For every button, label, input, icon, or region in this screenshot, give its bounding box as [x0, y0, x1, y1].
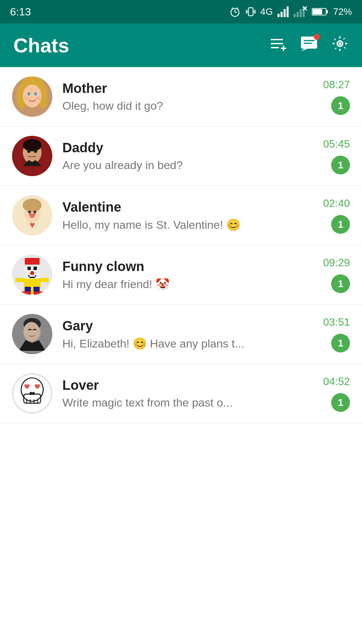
chat-info: Mother Oleg, how did it go?	[52, 81, 323, 112]
avatar	[12, 76, 52, 117]
svg-rect-10	[278, 14, 280, 17]
message-preview: Are you already in bed?	[62, 159, 313, 172]
unread-count: 1	[331, 156, 350, 174]
signal-icon	[278, 6, 289, 17]
svg-point-46	[23, 139, 42, 151]
svg-rect-71	[34, 291, 43, 295]
svg-rect-65	[29, 277, 35, 278]
svg-point-47	[27, 150, 31, 153]
svg-rect-63	[28, 275, 29, 277]
svg-marker-29	[301, 49, 308, 51]
avatar	[12, 373, 52, 414]
avatar	[12, 136, 52, 176]
chat-item[interactable]: ♥ Valentine Hello, my name is St. Valent…	[0, 186, 362, 245]
svg-point-42	[23, 97, 29, 100]
svg-point-75	[23, 322, 40, 341]
page-title: Chats	[13, 34, 69, 57]
svg-rect-61	[34, 267, 37, 270]
unread-count: 1	[331, 96, 350, 115]
chat-item[interactable]: Daddy Are you already in bed? 05:45 1	[0, 126, 362, 186]
contact-name: Gary	[62, 318, 313, 333]
chat-meta: 08:27 1	[323, 78, 350, 115]
battery-level: 72%	[333, 6, 352, 17]
svg-point-52	[23, 199, 42, 212]
message-time: 05:45	[323, 138, 350, 150]
svg-text:♥: ♥	[29, 220, 35, 230]
chat-meta: 05:45 1	[323, 138, 350, 174]
message-time: 04:52	[323, 375, 350, 388]
svg-rect-66	[15, 278, 24, 282]
chat-item[interactable]: Funny clown Hi my dear friend! 🤡 09:29 1	[0, 245, 362, 305]
unread-count: 1	[331, 215, 350, 234]
battery-icon	[312, 7, 328, 16]
message-time: 08:27	[323, 78, 350, 91]
compose-button[interactable]	[269, 36, 287, 54]
unread-count: 1	[331, 334, 350, 353]
message-time: 09:29	[323, 257, 350, 269]
messages-button[interactable]	[300, 36, 318, 55]
contact-name: Valentine	[62, 200, 313, 215]
network-type: 4G	[260, 6, 273, 17]
vibrate-icon	[246, 6, 256, 18]
chat-item[interactable]: Mother Oleg, how did it go? 08:27 1	[0, 67, 362, 126]
svg-rect-22	[312, 9, 322, 14]
svg-point-83	[29, 392, 32, 395]
svg-point-39	[23, 85, 42, 107]
svg-point-40	[27, 92, 30, 96]
svg-point-41	[34, 92, 37, 96]
svg-point-53	[28, 211, 31, 213]
settings-button[interactable]	[331, 35, 349, 56]
contact-name: Funny clown	[62, 259, 313, 274]
message-preview: Write magic text from the past o...	[62, 396, 313, 409]
message-time: 03:51	[323, 316, 350, 328]
svg-rect-15	[297, 12, 299, 17]
chat-meta: 04:52 1	[323, 375, 350, 412]
header-actions	[269, 35, 349, 56]
svg-rect-70	[21, 291, 31, 295]
chat-info: Funny clown Hi my dear friend! 🤡	[52, 259, 323, 291]
contact-name: Daddy	[62, 140, 313, 155]
svg-rect-13	[287, 6, 289, 17]
signal-x-icon	[294, 6, 307, 17]
message-preview: Hi, Elizabeth! 😊 Have any plans t...	[62, 337, 313, 350]
svg-rect-12	[284, 9, 286, 17]
chat-meta: 09:29 1	[323, 257, 350, 293]
avatar: ♥	[12, 195, 52, 235]
notification-dot	[314, 34, 320, 40]
status-bar: 6:13 4G	[0, 0, 362, 23]
svg-point-62	[30, 271, 34, 275]
app-header: Chats	[0, 23, 362, 67]
svg-point-48	[34, 150, 37, 153]
message-preview: Oleg, how did it go?	[62, 99, 313, 112]
chat-item[interactable]: Lover Write magic text from the past o..…	[0, 364, 362, 423]
unread-count: 1	[331, 393, 350, 412]
svg-rect-16	[300, 9, 302, 17]
chat-info: Valentine Hello, my name is St. Valentin…	[52, 200, 323, 231]
status-icons: 4G 72%	[229, 6, 352, 18]
chat-item[interactable]: Gary Hi, Elizabeth! 😊 Have any plans t..…	[0, 305, 362, 364]
chat-meta: 03:51 1	[323, 316, 350, 353]
svg-rect-5	[248, 8, 253, 16]
contact-name: Mother	[62, 81, 313, 96]
svg-point-43	[36, 97, 41, 100]
svg-point-34	[339, 42, 341, 45]
chat-meta: 02:40 1	[323, 197, 350, 234]
chat-info: Gary Hi, Elizabeth! 😊 Have any plans t..…	[52, 318, 323, 350]
svg-rect-59	[25, 258, 40, 265]
status-time: 6:13	[10, 6, 31, 18]
contact-name: Lover	[62, 378, 313, 393]
svg-rect-67	[40, 278, 49, 282]
svg-point-84	[32, 392, 35, 395]
avatar	[12, 314, 52, 354]
svg-point-54	[34, 211, 36, 213]
unread-count: 1	[331, 274, 350, 293]
chat-info: Daddy Are you already in bed?	[52, 140, 323, 172]
message-time: 02:40	[323, 197, 350, 210]
svg-rect-14	[294, 14, 296, 17]
chat-info: Lover Write magic text from the past o..…	[52, 378, 323, 409]
svg-rect-60	[27, 267, 31, 270]
svg-rect-21	[326, 10, 328, 13]
svg-rect-11	[281, 12, 283, 17]
alarm-icon	[229, 6, 241, 18]
message-preview: Hi my dear friend! 🤡	[62, 277, 313, 291]
